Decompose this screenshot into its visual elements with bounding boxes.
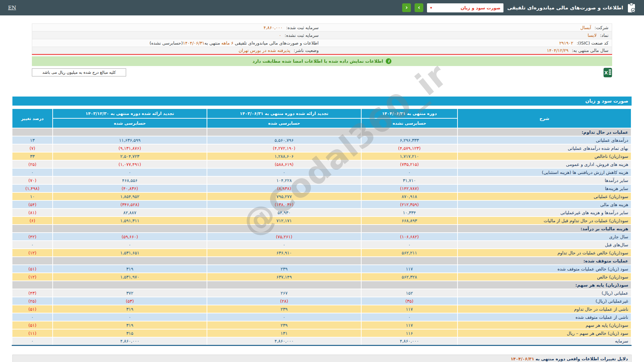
top-header-bar: اطلاعات و صورت‌های مالی میاندوره‌ای تلفی…: [0, 0, 644, 15]
row-label: سود(زیان) پایه هر سهم: [458, 321, 631, 329]
table-row: سود (زیان) خالص عملیات متوقف شده۱۱۷۲۳۹۳۱…: [12, 265, 631, 273]
cell-value: [12, 128, 53, 136]
next-statement-button[interactable]: ›: [415, 3, 423, 12]
cell-value: (۱۰۶,۶۸۲): [361, 233, 458, 241]
currency-unit-note: کلیه مبالغ درج شده به میلیون ریال می باش…: [32, 68, 126, 76]
language-toggle-en[interactable]: EN: [8, 5, 16, 11]
cell-value: ۴,۸۶۰,۰۰۰: [53, 337, 207, 345]
statement-select[interactable]: صورت سود و زیان ▾: [427, 3, 503, 12]
cell-value: [53, 257, 207, 265]
row-label: درآمدهای عملیاتی: [458, 136, 631, 144]
cell-value: ۰: [12, 241, 53, 249]
row-label: سایر درآمدها و هزینه های غیرعملیاتی: [458, 208, 631, 217]
section-row: عملیات متوقف شده:: [12, 257, 631, 265]
row-label: ناشی از عملیات در حال تداوم: [458, 305, 631, 313]
statement-select-value: صورت سود و زیان: [461, 5, 500, 10]
cell-value: (۳۴۶,۵۲۸): [53, 200, 207, 208]
cell-value: [12, 281, 53, 289]
cell-value: [12, 225, 53, 233]
table-row: سایر هزینه‌ها(۱۴۲,۷۸۷)(۸,۹۳۸)(۴۰,۸۳۶)(۱,…: [12, 184, 631, 192]
info-row-symbol: نماد: لابسا سرمایه ثبت نشده: ۰: [32, 32, 612, 39]
table-row: سود(زیان) عملیات در حال تداوم قبل از مال…: [12, 217, 631, 225]
table-row: سود (زیان) خالص هر سهم – ریال۱۱۶۱۳۱۳۱۵(۱…: [12, 329, 631, 337]
cell-value: ۳۳: [12, 152, 53, 160]
cell-value: ۵۴,۹۳۰: [207, 208, 361, 217]
cell-value: [53, 281, 207, 289]
cell-value: ۴,۸۶۰,۰۰۰: [361, 337, 458, 345]
report-line-date: ۱۴۰۴/۰۶/۳۱: [183, 41, 205, 46]
table-row: هزینه کاهش ارزش دریافتنی ها (هزینه استثن…: [12, 168, 631, 176]
statement-title: صورت سود و زیان: [12, 97, 632, 106]
cell-value: ۱,۸۵۴,۹۵۲: [53, 192, 207, 200]
symbol-label: نماد:: [600, 33, 608, 38]
cell-value: ۰: [361, 241, 458, 249]
cell-value: ۱۱۶: [361, 329, 458, 337]
cell-value: [207, 257, 361, 265]
cell-value: ۳۱۹: [53, 321, 207, 329]
table-row: سایر درآمدها و هزینه های غیرعملیاتی۱۰,۳۳…: [12, 208, 631, 217]
report-line-audit: (حسابرسی نشده): [150, 41, 183, 46]
cell-value: ۵,۵۶۰,۷۹۶: [207, 136, 361, 144]
cell-value: (۷): [12, 144, 53, 152]
cell-value: ۲۳۹: [207, 265, 361, 273]
info-row-isic: کد صنعت (ISIC): ۲۹۱۹۰۲ اطلاعات و صورت‌ها…: [32, 39, 612, 47]
info-icon: i: [386, 58, 391, 64]
row-label: سود(زیان) عملیات در حال تداوم قبل از مال…: [458, 217, 631, 225]
table-row: ناشی از عملیات متوقف شده۰۰۰۰: [12, 313, 631, 321]
row-label: سود(زیان) پایه هر سهم:: [458, 281, 631, 289]
table-row: سال جاری(۱۰۶,۶۸۲)(۷۵,۲۶۱)(۵۹,۶۶۰)(۴۲): [12, 233, 631, 241]
cell-value: (۲۸): [207, 297, 361, 305]
row-label: غیرعملیاتی (ریال): [458, 297, 631, 305]
info-row-company: شرکت: آبسال سرمایه ثبت شده: ۴,۸۶۰,۰۰۰: [32, 24, 612, 32]
table-row: ناشی از عملیات در حال تداوم۱۱۷۲۳۹۳۱۹(۵۱): [12, 305, 631, 313]
row-label: سود(زیان) ناخالص: [458, 152, 631, 160]
cell-value: ۱۱۷: [361, 265, 458, 273]
cell-value: (۵۳): [53, 297, 207, 305]
cell-value: ۶۳۷,۱۴۹: [207, 273, 361, 281]
cell-value: (۱۳۸,۰۳۶): [207, 200, 361, 208]
cell-value: (۵۱): [12, 321, 53, 329]
cell-value: (۴۲): [12, 233, 53, 241]
cell-value: ۰: [53, 168, 207, 176]
cell-value: ۱,۲۸۸,۶۰۶: [207, 152, 361, 160]
table-row: سرمایه۴,۸۶۰,۰۰۰۴,۸۶۰,۰۰۰۴,۸۶۰,۰۰۰۰: [12, 337, 631, 345]
cell-value: ۰: [207, 168, 361, 176]
row-label: سود(زیان) خالص عملیات در حال تداوم: [458, 249, 631, 257]
cell-value: ۴,۸۶۰,۰۰۰: [207, 337, 361, 345]
table-row: بهای تمام شده درآمدهای عملیاتی(۴,۵۷۹,۱۲۳…: [12, 144, 631, 152]
cell-value: (۴۳): [12, 289, 53, 297]
table-row: سال‌های قبل۰۰۰۰: [12, 241, 631, 249]
cell-value: [361, 281, 458, 289]
footer-section: دلایل تغییرات اطلاعات واقعی دوره منتهی ب…: [12, 355, 632, 362]
cell-value: ۷۱۲,۱۷۱: [207, 217, 361, 225]
cell-value: ۰: [12, 168, 53, 176]
cell-value: ۵۶۲,۲۱۱: [361, 249, 458, 257]
isic-value: ۲۹۱۹۰۲: [559, 41, 573, 46]
cell-value: ۱,۵۳۱,۹۷۰: [53, 273, 207, 281]
unregistered-capital-label: سرمایه ثبت نشده:: [285, 33, 319, 38]
cell-value: ۱,۵۹۱,۳۱۱: [53, 217, 207, 225]
cell-value: ۰: [361, 313, 458, 321]
row-label: سود(زیان) خالص: [458, 273, 631, 281]
row-label: سال جاری: [458, 233, 631, 241]
unit-row: X کلیه مبالغ درج شده به میلیون ریال می ب…: [32, 68, 612, 77]
table-row: سود(زیان) ناخالص۱,۷۱۷,۲۱۰۱,۲۸۸,۶۰۶۲,۵۰۴,…: [12, 152, 631, 160]
report-line-period: ۶ ماهه: [221, 41, 233, 46]
row-label: عملیات متوقف شده:: [458, 257, 631, 265]
table-row: سود(زیان) خالص عملیات در حال تداوم۵۶۲,۲۱…: [12, 249, 631, 257]
symbol-value: لابسا: [588, 33, 597, 38]
cell-value: ۱۱,۶۳۶,۵۹۹: [53, 136, 207, 144]
excel-export-icon[interactable]: X: [603, 68, 612, 77]
col-header-period-current: دوره منتهی به ۱۴۰۴/۰۶/۳۱: [361, 109, 458, 118]
cell-value: ۱۰: [12, 192, 53, 200]
row-label: سود (زیان) خالص عملیات متوقف شده: [458, 265, 631, 273]
section-row: هزینه مالیات بر درآمد:: [12, 225, 631, 233]
cell-value: ۱,۷۱۷,۲۱۰: [361, 152, 458, 160]
prev-statement-button[interactable]: ‹: [402, 3, 411, 12]
cell-value: [12, 257, 53, 265]
income-statement-table: شرح دوره منتهی به ۱۴۰۴/۰۶/۳۱ تجدید ارائه…: [12, 108, 632, 346]
cell-value: (۹,۱۳۱,۸۷۶): [53, 144, 207, 152]
statement-body: عملیات در حال تداوم:درآمدهای عملیاتی۶,۲۹…: [12, 128, 631, 345]
company-info-table: شرکت: آبسال سرمایه ثبت شده: ۴,۸۶۰,۰۰۰ نم…: [32, 23, 612, 55]
cell-value: [361, 225, 458, 233]
